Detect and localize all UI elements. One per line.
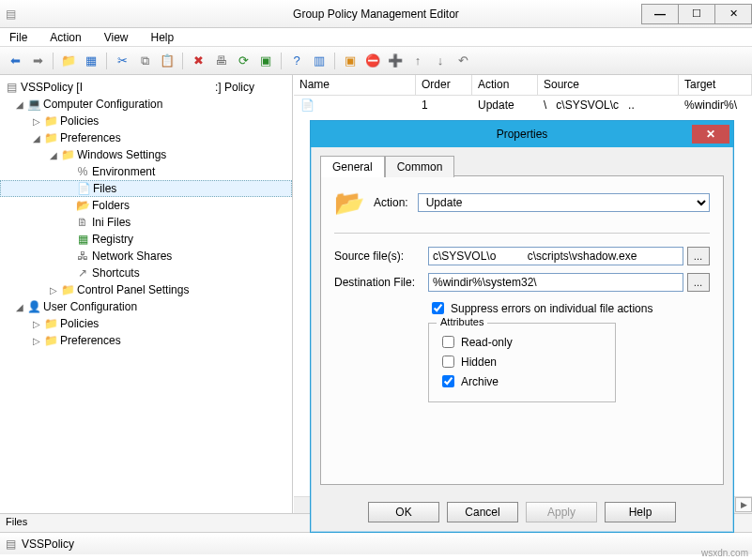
separator (182, 53, 183, 69)
folder-icon: 📁 (43, 131, 58, 144)
readonly-checkbox[interactable] (442, 336, 454, 348)
hidden-checkbox[interactable] (442, 356, 454, 368)
col-name[interactable]: Name (294, 75, 416, 95)
help-icon[interactable]: ? (287, 52, 306, 70)
dialog-title: Properties (311, 128, 733, 141)
collapse-icon[interactable]: ◢ (47, 150, 60, 160)
mdi-tab[interactable]: VSSPolicy (22, 537, 74, 551)
attributes-legend: Attributes (437, 316, 487, 327)
menu-action[interactable]: Action (46, 29, 84, 46)
list-header[interactable]: Name Order Action Source Target (294, 75, 752, 96)
file-action-icon: 📂 (334, 188, 364, 218)
titlebar: ▤ Group Policy Management Editor — ☐ ✕ (0, 0, 752, 28)
separator (334, 53, 335, 69)
print-icon[interactable]: 🖶 (211, 52, 230, 70)
tree-windows-settings[interactable]: ◢📁Windows Settings (0, 146, 292, 163)
folder-icon: 📁 (60, 148, 75, 161)
properties-dialog: Properties ✕ General Common 📂 Action: Up… (310, 120, 734, 533)
export-icon[interactable]: ▣ (256, 52, 275, 70)
help-button[interactable]: Help (605, 502, 676, 522)
list-row[interactable]: 📄 1 Update \ c\SYSVOL\c .. %windir%\ (294, 96, 752, 114)
tree-environment[interactable]: %Environment (0, 163, 292, 180)
col-target[interactable]: Target (679, 75, 752, 95)
separator (106, 53, 107, 69)
forward-icon[interactable]: ➡ (28, 52, 47, 70)
scroll-right-icon[interactable]: ▶ (735, 497, 752, 512)
tree-policies[interactable]: ▷📁Policies (0, 113, 292, 129)
menu-help[interactable]: Help (147, 29, 178, 46)
expand-icon[interactable]: ▷ (30, 319, 43, 329)
stop-icon[interactable]: ⛔ (363, 52, 382, 70)
col-source[interactable]: Source (538, 75, 679, 95)
apply-button[interactable]: Apply (526, 502, 597, 522)
expand-icon[interactable]: ▷ (30, 116, 43, 127)
col-order[interactable]: Order (416, 75, 472, 95)
add-icon[interactable]: ➕ (386, 52, 405, 70)
tree-ini-files[interactable]: 🗎Ini Files (0, 214, 292, 231)
paste-icon[interactable]: 📋 (158, 52, 176, 70)
destination-input[interactable] (428, 273, 683, 292)
tab-common[interactable]: Common (385, 156, 455, 177)
tree-pane[interactable]: ▤ VSSPolicy [I :] Policy ◢💻Computer Conf… (0, 75, 293, 513)
tree-control-panel-settings[interactable]: ▷📁Control Panel Settings (0, 281, 292, 298)
tree-folders[interactable]: 📂Folders (0, 197, 292, 214)
tree-shortcuts[interactable]: ↗Shortcuts (0, 265, 292, 281)
back-icon[interactable]: ⬅ (6, 52, 24, 70)
network-icon: 🖧 (75, 250, 90, 263)
window-title: Group Policy Management Editor (0, 8, 752, 21)
tree-user-config[interactable]: ◢👤User Configuration (0, 298, 292, 315)
action-select[interactable]: Update (418, 193, 710, 212)
refresh-icon[interactable]: ⟳ (234, 52, 253, 70)
archive-checkbox[interactable] (442, 375, 454, 387)
collapse-icon[interactable]: ◢ (13, 302, 26, 312)
show-hide-tree-icon[interactable]: ▦ (82, 52, 100, 70)
copy-icon[interactable]: ⧉ (135, 52, 154, 70)
collapse-icon[interactable]: ◢ (30, 133, 43, 144)
dialog-titlebar[interactable]: Properties ✕ (311, 121, 733, 147)
move-up-icon[interactable]: ↑ (408, 52, 427, 70)
suppress-errors-checkbox[interactable] (432, 302, 444, 314)
menu-file[interactable]: File (6, 29, 31, 46)
undo-icon[interactable]: ↶ (453, 52, 472, 70)
policy-icon: ▤ (4, 81, 19, 94)
tree-network-shares[interactable]: 🖧Network Shares (0, 248, 292, 265)
tab-general[interactable]: General (320, 156, 385, 177)
tree-user-policies[interactable]: ▷📁Policies (0, 315, 292, 332)
folder-icon: 📁 (43, 114, 58, 128)
mdi-tab-bar: ▤ VSSPolicy (0, 532, 752, 554)
action-label: Action: (374, 196, 408, 209)
destination-label: Destination File: (334, 276, 428, 289)
policy-icon: ▤ (6, 537, 16, 551)
delete-icon[interactable]: ✖ (189, 52, 207, 70)
toolbar: ⬅ ➡ 📁 ▦ ✂ ⧉ 📋 ✖ 🖶 ⟳ ▣ ? ▥ ▣ ⛔ ➕ ↑ ↓ ↶ (0, 47, 752, 75)
folder-icon: 📁 (43, 334, 58, 347)
tree-computer-config[interactable]: ◢💻Computer Configuration (0, 96, 292, 113)
separator (281, 53, 282, 69)
collapse-icon[interactable]: ◢ (13, 99, 26, 110)
cancel-button[interactable]: Cancel (447, 502, 518, 522)
watermark: wsxdn.com (701, 548, 748, 558)
expand-icon[interactable]: ▷ (30, 336, 43, 346)
tree-user-preferences[interactable]: ▷📁Preferences (0, 332, 292, 349)
up-icon[interactable]: 📁 (59, 52, 78, 70)
tree-files[interactable]: 📄Files (0, 180, 292, 197)
properties-icon[interactable]: ▥ (310, 52, 329, 70)
user-icon: 👤 (26, 300, 41, 313)
attributes-group: Attributes Read-only Hidden Archive (428, 323, 616, 402)
expand-icon[interactable]: ▷ (47, 285, 60, 295)
source-input[interactable] (428, 247, 683, 265)
cut-icon[interactable]: ✂ (113, 52, 131, 70)
options-icon[interactable]: ▣ (341, 52, 360, 70)
ok-button[interactable]: OK (368, 502, 439, 522)
computer-icon: 💻 (26, 98, 41, 111)
tree-root[interactable]: ▤ VSSPolicy [I :] Policy (0, 79, 292, 96)
browse-destination-button[interactable]: … (687, 273, 710, 292)
registry-icon: ▦ (75, 233, 90, 246)
suppress-errors-label: Suppress errors on individual file actio… (451, 302, 652, 315)
move-down-icon[interactable]: ↓ (431, 52, 450, 70)
tree-preferences[interactable]: ◢📁Preferences (0, 129, 292, 146)
col-action[interactable]: Action (472, 75, 538, 95)
menu-view[interactable]: View (100, 29, 132, 46)
browse-source-button[interactable]: … (687, 247, 710, 265)
tree-registry[interactable]: ▦Registry (0, 231, 292, 248)
